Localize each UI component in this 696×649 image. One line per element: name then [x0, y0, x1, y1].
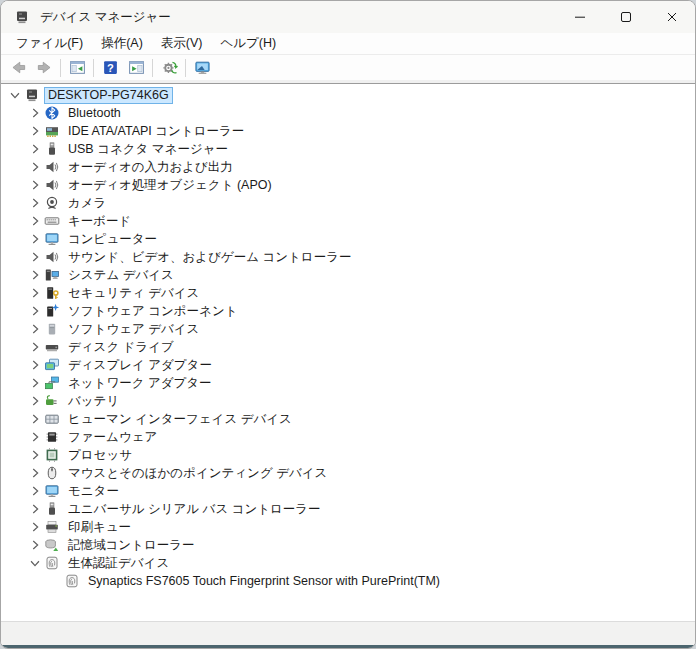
tree-item[interactable]: オーディオの入力および出力: [1, 158, 695, 176]
tree-item[interactable]: IDE ATA/ATAPI コントローラー: [1, 122, 695, 140]
tree-item[interactable]: ユニバーサル シリアル バス コントローラー: [1, 500, 695, 518]
tree-item[interactable]: キーボード: [1, 212, 695, 230]
chevron-right-icon[interactable]: [27, 159, 43, 175]
tree-item-label: システム デバイス: [65, 268, 177, 283]
chevron-right-icon[interactable]: [27, 177, 43, 193]
chevron-right-icon[interactable]: [27, 537, 43, 553]
toolbar-help-button[interactable]: ?: [97, 56, 123, 80]
device-manager-icon: [14, 9, 31, 26]
chevron-down-icon[interactable]: [27, 555, 43, 571]
system-devices-icon: [43, 267, 60, 283]
display-adapter-icon: [43, 357, 60, 373]
chevron-right-icon[interactable]: [27, 411, 43, 427]
tree-item[interactable]: バッテリ: [1, 392, 695, 410]
chevron-right-icon[interactable]: [27, 303, 43, 319]
chevron-right-icon[interactable]: [27, 375, 43, 391]
tree-item[interactable]: 印刷キュー: [1, 518, 695, 536]
toolbar-action-pane-button[interactable]: [123, 56, 149, 80]
tree-item[interactable]: Bluetooth: [1, 104, 695, 122]
chevron-right-icon[interactable]: [27, 465, 43, 481]
chevron-spacer: [47, 573, 63, 589]
tree-item[interactable]: プロセッサ: [1, 446, 695, 464]
tree-item[interactable]: サウンド、ビデオ、およびゲーム コントローラー: [1, 248, 695, 266]
title-bar: デバイス マネージャー: [1, 1, 695, 33]
chevron-right-icon[interactable]: [27, 357, 43, 373]
usb-connector-icon: [43, 141, 60, 157]
tree-item[interactable]: ネットワーク アダプター: [1, 374, 695, 392]
tree-item[interactable]: モニター: [1, 482, 695, 500]
tree-item[interactable]: ファームウェア: [1, 428, 695, 446]
chevron-right-icon[interactable]: [27, 285, 43, 301]
tree-item-label: キーボード: [65, 214, 134, 229]
toolbar-forward-button[interactable]: [31, 56, 57, 80]
tree-item[interactable]: カメラ: [1, 194, 695, 212]
tree-item[interactable]: ソフトウェア コンポーネント: [1, 302, 695, 320]
toolbar-remote-computer-button[interactable]: [189, 56, 215, 80]
close-button[interactable]: [649, 1, 695, 33]
chevron-right-icon[interactable]: [27, 519, 43, 535]
tree-item[interactable]: セキュリティ デバイス: [1, 284, 695, 302]
device-manager-window: デバイス マネージャー ファイル(F) 操作(A) 表示(V) ヘルプ(H) ?…: [0, 0, 696, 649]
tree-item[interactable]: ディスプレイ アダプター: [1, 356, 695, 374]
chevron-right-icon[interactable]: [27, 267, 43, 283]
maximize-button[interactable]: [603, 1, 649, 33]
chevron-right-icon[interactable]: [27, 195, 43, 211]
printer-icon: [43, 519, 60, 535]
menu-bar: ファイル(F) 操作(A) 表示(V) ヘルプ(H): [1, 33, 695, 55]
speaker-icon: [43, 249, 60, 265]
toolbar-scan-hardware-button[interactable]: [156, 56, 182, 80]
remote-computer-icon: [194, 60, 211, 76]
tree-item[interactable]: ヒューマン インターフェイス デバイス: [1, 410, 695, 428]
tree-item[interactable]: マウスとそのほかのポインティング デバイス: [1, 464, 695, 482]
tree-item-label: プロセッサ: [65, 448, 135, 463]
tree-item-label: ソフトウェア コンポーネント: [65, 304, 241, 319]
tree-item-label: ヒューマン インターフェイス デバイス: [65, 412, 295, 427]
tree-item[interactable]: ソフトウェア デバイス: [1, 320, 695, 338]
chevron-right-icon[interactable]: [27, 123, 43, 139]
tree-item-label: IDE ATA/ATAPI コントローラー: [65, 124, 247, 139]
chevron-right-icon[interactable]: [27, 141, 43, 157]
tree-item-label: Synaptics FS7605 Touch Fingerprint Senso…: [85, 574, 443, 589]
toolbar-back-button[interactable]: [5, 56, 31, 80]
toolbar-console-tree-button[interactable]: [64, 56, 90, 80]
tree-item[interactable]: Synaptics FS7605 Touch Fingerprint Senso…: [1, 572, 695, 590]
tree-item[interactable]: USB コネクタ マネージャー: [1, 140, 695, 158]
menu-help[interactable]: ヘルプ(H): [211, 33, 285, 54]
chevron-right-icon[interactable]: [27, 447, 43, 463]
tree-item[interactable]: 生体認証デバイス: [1, 554, 695, 572]
tree-item-label: DESKTOP-PG74K6G: [45, 88, 172, 103]
speaker-icon: [43, 159, 60, 175]
console-tree-icon: [69, 60, 86, 76]
mouse-icon: [43, 465, 60, 481]
chevron-right-icon[interactable]: [27, 249, 43, 265]
tree-item[interactable]: 記憶域コントローラー: [1, 536, 695, 554]
toolbar: ?: [1, 55, 695, 83]
menu-view[interactable]: 表示(V): [152, 33, 212, 54]
toolbar-separator: [185, 59, 186, 77]
chevron-down-icon[interactable]: [7, 87, 23, 103]
chevron-right-icon[interactable]: [27, 393, 43, 409]
tree-item[interactable]: ディスク ドライブ: [1, 338, 695, 356]
chevron-right-icon[interactable]: [27, 105, 43, 121]
monitor-icon: [43, 483, 60, 499]
tree-item-label: Bluetooth: [65, 106, 124, 121]
chevron-right-icon[interactable]: [27, 231, 43, 247]
arrow-left-icon: [10, 60, 27, 76]
tree-item[interactable]: コンピューター: [1, 230, 695, 248]
menu-action[interactable]: 操作(A): [92, 33, 152, 54]
chevron-right-icon[interactable]: [27, 321, 43, 337]
monitor-icon: [43, 231, 60, 247]
chevron-right-icon[interactable]: [27, 501, 43, 517]
menu-file[interactable]: ファイル(F): [7, 33, 92, 54]
tree-item[interactable]: システム デバイス: [1, 266, 695, 284]
chevron-right-icon[interactable]: [27, 213, 43, 229]
firmware-icon: [43, 429, 60, 445]
fingerprint-icon: [43, 555, 60, 571]
chevron-right-icon[interactable]: [27, 483, 43, 499]
minimize-button[interactable]: [557, 1, 603, 33]
tree-item[interactable]: オーディオ処理オブジェクト (APO): [1, 176, 695, 194]
battery-icon: [43, 393, 60, 409]
tree-item[interactable]: DESKTOP-PG74K6G: [1, 86, 695, 104]
chevron-right-icon[interactable]: [27, 429, 43, 445]
chevron-right-icon[interactable]: [27, 339, 43, 355]
